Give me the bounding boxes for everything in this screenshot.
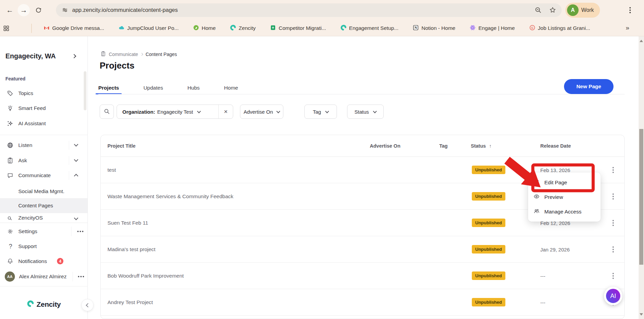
- url-text[interactable]: app.zencity.io/communicate/content-pages: [72, 7, 178, 13]
- bookmark-job-listings[interactable]: G Job Listings at Grani...: [529, 24, 590, 32]
- row-actions-icon[interactable]: [608, 245, 618, 254]
- bookmark-star-icon[interactable]: [549, 6, 556, 15]
- filter-organization[interactable]: Organization: Engagecity Test ×: [117, 105, 233, 119]
- purple-atom-icon: [469, 24, 476, 32]
- ai-assistant-fab[interactable]: AI: [604, 287, 622, 305]
- scroll-down-icon[interactable]: [640, 313, 643, 316]
- tab-projects[interactable]: Projects: [96, 81, 122, 94]
- row-actions-icon[interactable]: [608, 165, 618, 175]
- org-switcher[interactable]: Engagecity, WA: [0, 50, 87, 62]
- sidebar-item-ask[interactable]: Ask: [0, 153, 87, 168]
- sidebar-item-smart-feed[interactable]: Smart Feed: [0, 102, 87, 115]
- user-more-icon[interactable]: [78, 276, 84, 277]
- sidebar-item-communicate[interactable]: Communicate: [0, 168, 87, 183]
- bookmark-jumpcloud[interactable]: JumpCloud User Po...: [118, 24, 179, 32]
- chevron-down-icon: [325, 109, 329, 113]
- menu-item-preview[interactable]: Preview: [528, 190, 601, 204]
- bookmark-notion[interactable]: N Notion - Home: [412, 24, 455, 32]
- bookmark-home[interactable]: Home: [193, 24, 216, 32]
- green-circle-icon: [193, 24, 199, 32]
- sidebar-item-ai-assistant[interactable]: AI Assistant: [0, 117, 87, 130]
- zencity-logo: Zencity: [0, 297, 87, 312]
- sidebar-item-topics[interactable]: Topics: [0, 87, 87, 100]
- sidebar-item-zencityos[interactable]: ZencityOS: [0, 214, 87, 223]
- browser-profile-chip[interactable]: A Work: [565, 3, 600, 18]
- gmail-icon: [43, 24, 50, 32]
- bell-icon: [7, 258, 14, 266]
- search-button[interactable]: [100, 105, 114, 119]
- page-info-icon[interactable]: [61, 6, 68, 15]
- status-badge: Unpublished: [472, 271, 505, 280]
- filter-advertise-on[interactable]: Advertise On: [240, 105, 283, 119]
- notion-n-icon: N: [412, 24, 419, 32]
- tab-home[interactable]: Home: [221, 81, 241, 94]
- clipboard-icon: [100, 51, 106, 58]
- sidebar-item-content-pages[interactable]: Content Pages: [0, 198, 87, 213]
- bookmark-zencity[interactable]: Zencity: [230, 24, 256, 32]
- bookmark-engage[interactable]: Engage | Home: [469, 24, 515, 32]
- settings-more-icon[interactable]: [77, 231, 83, 232]
- back-icon[interactable]: ←: [4, 4, 16, 16]
- table-row[interactable]: Bob Woodruff Park Improvement Unpublishe…: [101, 263, 624, 289]
- tabs: Projects Updates Hubs Home: [96, 81, 241, 94]
- filter-status[interactable]: Status: [347, 105, 384, 119]
- sidebar-item-settings[interactable]: Settings: [0, 224, 87, 239]
- org-name: Engagecity, WA: [5, 52, 56, 60]
- scrollbar-thumb[interactable]: [639, 129, 643, 265]
- browser-menu-icon[interactable]: [625, 5, 635, 15]
- apps-grid-icon[interactable]: [3, 25, 10, 33]
- people-icon: [534, 208, 540, 215]
- sidebar-scrollbar-thumb[interactable]: [84, 71, 86, 110]
- browser-toolbar: ← → app.zencity.io/communicate/content-p…: [0, 0, 644, 20]
- menu-item-manage-access[interactable]: Manage Access: [528, 204, 601, 219]
- browser-window: ← → app.zencity.io/communicate/content-p…: [0, 0, 644, 319]
- page-scrollbar[interactable]: [639, 36, 644, 319]
- row-context-menu: Edit Page Preview Manage Access: [528, 172, 601, 222]
- filter-tag[interactable]: Tag: [304, 105, 337, 119]
- chat-icon: [7, 172, 14, 180]
- reload-icon[interactable]: [33, 5, 43, 15]
- chevron-right-icon: [140, 53, 143, 56]
- user-avatar: AA: [5, 271, 15, 282]
- menu-item-edit-page[interactable]: Edit Page: [528, 175, 601, 190]
- sidebar-item-social-media-mgmt[interactable]: Social Media Mgmt.: [0, 185, 87, 198]
- table-row[interactable]: Madina's test project Unpublished Jan 29…: [101, 236, 624, 263]
- sort-asc-icon[interactable]: ↑: [489, 135, 491, 157]
- chevron-down-icon: [373, 109, 377, 113]
- bulb-icon: [7, 105, 14, 113]
- sidebar-collapse-button[interactable]: [81, 299, 94, 311]
- sidebar-user-row[interactable]: AA Alex Almirez Almirez: [0, 269, 87, 284]
- sidebar-item-listen[interactable]: Listen: [0, 138, 87, 152]
- scroll-up-icon[interactable]: [640, 40, 643, 42]
- breadcrumb-communicate[interactable]: Communicate: [109, 52, 138, 57]
- col-release-date[interactable]: Release Date: [540, 135, 571, 157]
- sparkles-icon: [7, 120, 14, 128]
- clear-organization-filter-icon[interactable]: ×: [219, 105, 233, 118]
- sidebar-item-support[interactable]: ? Support: [0, 239, 87, 254]
- table-row[interactable]: Andrey Test Project Unpublished ---: [101, 289, 624, 316]
- url-bar[interactable]: app.zencity.io/communicate/content-pages: [56, 3, 562, 17]
- col-project-title[interactable]: Project Title: [107, 135, 136, 157]
- bookmark-engagement-setup[interactable]: Engagement Setup...: [340, 24, 399, 32]
- row-actions-icon[interactable]: [608, 271, 618, 281]
- zencity-swirl-icon: [340, 24, 347, 32]
- row-actions-icon[interactable]: [608, 218, 618, 228]
- tab-hubs[interactable]: Hubs: [185, 81, 202, 94]
- col-advertise-on[interactable]: Advertise On: [370, 135, 400, 157]
- col-tag[interactable]: Tag: [439, 135, 448, 157]
- sheet-plus-icon: [270, 24, 276, 32]
- chevron-down-icon: [74, 142, 78, 147]
- bookmarks-bar: Google Drive messa... JumpCloud User Po.…: [0, 20, 644, 36]
- new-page-button[interactable]: New Page: [564, 79, 613, 94]
- row-actions-icon[interactable]: [608, 192, 618, 201]
- col-status[interactable]: Status: [471, 135, 486, 157]
- tab-updates[interactable]: Updates: [141, 81, 166, 94]
- forward-icon[interactable]: →: [18, 4, 30, 16]
- bookmarks-divider: [31, 24, 32, 33]
- coral-g-icon: G: [529, 24, 536, 32]
- zoom-out-icon[interactable]: [535, 6, 542, 15]
- bookmarks-overflow-icon[interactable]: »: [626, 24, 629, 32]
- bookmark-google-drive[interactable]: Google Drive messa...: [43, 24, 104, 32]
- sidebar-item-notifications[interactable]: Notifications 4: [0, 254, 87, 269]
- bookmark-competitor-migration[interactable]: Competitor Migrati...: [270, 24, 326, 32]
